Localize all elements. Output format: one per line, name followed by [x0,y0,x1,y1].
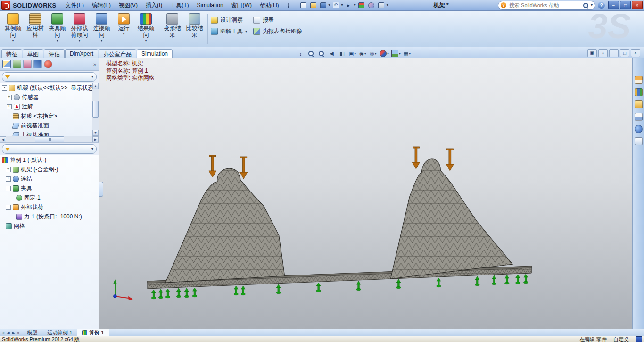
save-dropdown-icon[interactable]: ▾ [329,3,330,7]
tab-dimxpert[interactable]: DimXpert [65,49,98,58]
tree-row-top-plane[interactable]: 上视基准面 [0,130,99,136]
tab-simulation[interactable]: Simulation [137,49,173,58]
tree-row-mesh[interactable]: 网格 [0,221,99,231]
propertymanager-tab-icon[interactable] [13,60,21,68]
apply-scene-icon[interactable]: ▾ [391,50,401,58]
resources-home-icon[interactable] [635,76,643,84]
appearances-scenes-icon[interactable] [635,125,643,133]
view-orientation-icon[interactable]: ▣▾ [348,50,357,58]
fixtures-advisor-button[interactable]: 夹具顾问 ▾ [46,12,68,43]
report-button[interactable]: 报表 [253,16,302,24]
tab-office-products[interactable]: 办公室产品 [99,49,136,58]
display-style-icon[interactable]: ◉▾ [358,50,367,58]
dimxpertmanager-tab-icon[interactable] [33,60,42,68]
zoom-fit-icon[interactable] [306,50,315,58]
featuremanager-tab-icon[interactable] [2,60,11,68]
scroll-up-icon[interactable]: ▲ [92,83,99,89]
connections-advisor-button[interactable]: 连接顾问 ▾ [91,12,113,43]
custom-properties-icon[interactable] [635,137,643,145]
save-button[interactable] [319,1,328,9]
design-insight-button[interactable]: 设计洞察 [211,16,247,24]
minimize-button[interactable]: − [608,1,619,9]
compare-results-button[interactable]: 比较结果 [183,12,206,40]
nav-first-icon[interactable]: « [1,331,5,335]
status-corner-icon[interactable] [636,336,642,342]
view-settings-icon[interactable]: ▦▾ [403,50,412,58]
expand-minus-icon[interactable]: - [6,186,11,191]
options-button[interactable] [377,1,386,9]
doc-restore-icon[interactable]: □ [620,49,629,57]
select-dropdown-icon[interactable]: ▾ [354,3,356,7]
feature-tree-filter[interactable]: ▾ [2,72,97,82]
close-button[interactable]: × [632,1,643,9]
doc-cascade-icon[interactable]: ▫ [598,49,608,57]
include-image-for-report-button[interactable]: 为报表包括图像 [253,27,302,35]
pan-icon[interactable]: ↕ [296,50,305,58]
scroll-down-icon[interactable]: ▼ [92,130,99,136]
expand-minus-icon[interactable]: - [6,205,11,210]
results-advisor-button[interactable]: 结果顾问 ▾ [135,12,157,43]
expand-plus-icon[interactable]: + [6,167,11,172]
tree-row-force-1[interactable]: 力-1 (按条目: -1000 N:) [0,212,99,221]
feature-tree-horizontal-scrollbar[interactable]: ◀ ▶ [0,136,99,143]
tab-evaluate[interactable]: 评估 [44,49,65,58]
scroll-right-icon[interactable]: ▶ [92,136,99,142]
status-customize[interactable]: 自定义 [613,336,629,342]
previous-view-icon[interactable]: ◀ [327,50,336,58]
search-dropdown-icon[interactable]: ▾ [591,3,593,7]
panel-splitter-grip[interactable] [35,136,64,142]
tree-row-fixed-1[interactable]: 固定-1 [0,193,99,202]
menu-file[interactable]: 文件(F) [62,0,88,10]
help-button[interactable]: ? [598,2,605,9]
tree-row-part-root[interactable]: - 机架 (默认<<默认>>_显示状态 [0,83,99,92]
tab-model[interactable]: 模型 [22,329,42,336]
menu-insert[interactable]: 插入(I) [142,0,166,10]
nav-prev-icon[interactable]: ◀ [6,331,10,335]
study-advisor-button[interactable]: 算例顾问 ▾ [2,12,24,43]
nav-next-icon[interactable]: ▶ [11,331,16,335]
menu-edit[interactable]: 编辑(E) [88,0,115,10]
search-magnifier-icon[interactable] [583,2,589,8]
undo-dropdown-icon[interactable]: ▾ [341,3,343,7]
tree-row-material[interactable]: 材质 <未指定> [0,111,99,121]
doc-minimize-icon[interactable]: − [609,49,619,57]
solidworks-app-icon[interactable] [1,1,10,10]
tree-row-annotations[interactable]: + A 注解 [0,102,99,111]
open-button[interactable] [309,1,318,9]
hide-show-items-icon[interactable]: ◎▾ [369,50,378,58]
expand-plus-icon[interactable]: + [6,176,11,182]
menu-pin-icon[interactable] [286,2,291,8]
model-canvas[interactable] [99,58,632,329]
nav-last-icon[interactable]: » [17,331,20,335]
study-tree-filter[interactable]: ▾ [2,144,97,154]
panel-expand-chevron-icon[interactable]: » [93,61,96,67]
plot-tools-button[interactable]: 图解工具 ▾ [211,27,247,35]
options-dropdown-icon[interactable]: ▾ [387,3,388,7]
file-explorer-icon[interactable] [635,100,643,108]
new-document-button[interactable] [299,1,308,9]
tree-row-study-part[interactable]: + 机架 (-合金钢-) [0,165,99,174]
scrollbar-thumb[interactable] [92,101,99,118]
menu-help[interactable]: 帮助(H) [256,0,283,10]
menu-view[interactable]: 视图(V) [115,0,141,10]
scroll-left-icon[interactable]: ◀ [0,136,6,142]
expand-minus-icon[interactable]: - [2,85,7,91]
expand-plus-icon[interactable]: + [7,95,12,100]
deformed-result-button[interactable]: 变形结果 [161,12,183,40]
run-button[interactable]: 运行 ▾ [113,12,135,37]
menu-window[interactable]: 窗口(W) [228,0,256,10]
tab-motion-study-1[interactable]: 运动算例 1 [42,329,77,336]
menu-tools[interactable]: 工具(T) [166,0,192,10]
tree-row-front-plane[interactable]: 前视基准面 [0,121,99,130]
tree-row-fixtures[interactable]: - 夹具 [0,184,99,193]
tab-sketch[interactable]: 草图 [23,49,43,58]
tab-features[interactable]: 特征 [1,49,22,58]
rebuild-button[interactable] [357,1,366,9]
tree-row-sensors[interactable]: + 传感器 [0,92,99,102]
select-button[interactable]: ► [344,1,353,9]
feature-tree-vertical-scrollbar[interactable]: ▲ ▼ [92,83,99,136]
doc-tile-icon[interactable]: ▣ [587,49,597,57]
external-loads-advisor-button[interactable]: 外部载荷顾问 ▾ [68,12,91,43]
search-input[interactable] [508,2,581,8]
design-library-icon[interactable] [635,88,643,96]
